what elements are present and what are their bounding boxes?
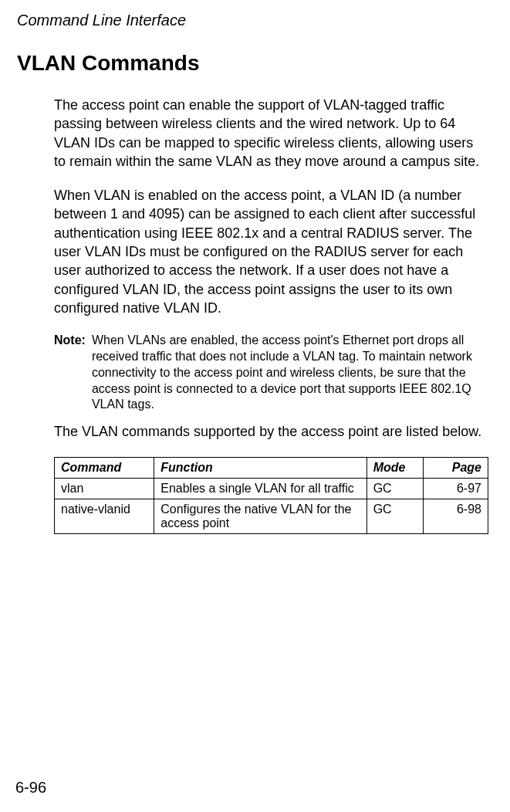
cell-function: Configures the native VLAN for the acces… — [154, 499, 366, 533]
note-label: Note: — [54, 333, 92, 413]
page-title: VLAN Commands — [17, 51, 495, 76]
table-row: vlan Enables a single VLAN for all traff… — [55, 478, 488, 499]
commands-table-wrap: Command Function Mode Page vlan Enables … — [54, 457, 488, 534]
section-header: Command Line Interface — [17, 12, 495, 29]
header-mode: Mode — [366, 457, 423, 478]
cell-command: vlan — [55, 478, 154, 499]
cell-mode: GC — [366, 499, 423, 533]
cell-function: Enables a single VLAN for all traffic — [154, 478, 366, 499]
note-block: Note: When VLANs are enabled, the access… — [54, 333, 488, 413]
cell-mode: GC — [366, 478, 423, 499]
header-page: Page — [423, 457, 488, 478]
commands-table: Command Function Mode Page vlan Enables … — [54, 457, 488, 534]
cell-page: 6-98 — [423, 499, 488, 533]
table-header-row: Command Function Mode Page — [55, 457, 488, 478]
intro-paragraph-3: The VLAN commands supported by the acces… — [54, 422, 488, 441]
cell-command: native-vlanid — [55, 499, 154, 533]
header-command: Command — [55, 457, 154, 478]
intro-paragraph-2: When VLAN is enabled on the access point… — [54, 186, 488, 317]
table-row: native-vlanid Configures the native VLAN… — [55, 499, 488, 533]
header-function: Function — [154, 457, 366, 478]
note-text: When VLANs are enabled, the access point… — [92, 333, 488, 413]
page-number: 6-96 — [15, 779, 46, 797]
cell-page: 6-97 — [423, 478, 488, 499]
intro-paragraph-1: The access point can enable the support … — [54, 96, 488, 171]
content-area: The access point can enable the support … — [54, 96, 488, 534]
